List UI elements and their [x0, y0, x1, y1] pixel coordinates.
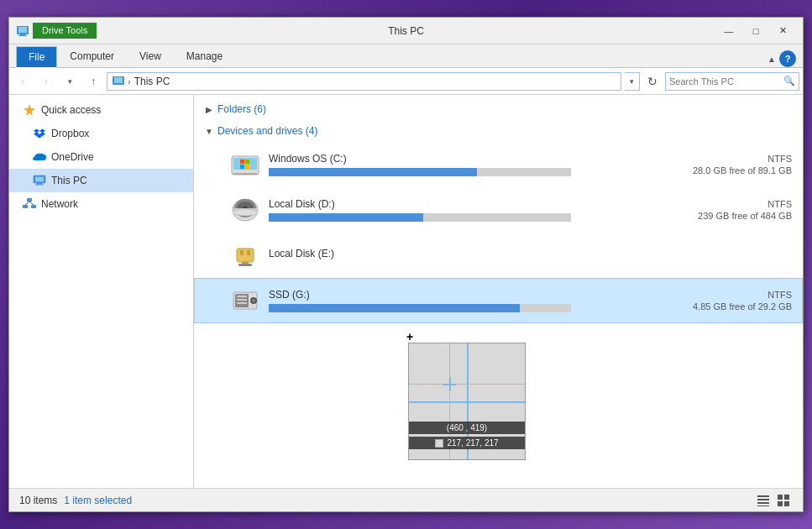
svg-rect-48	[757, 505, 769, 506]
drive-tools-tab[interactable]: Drive Tools	[33, 23, 97, 39]
folders-section-label: Folders (6)	[217, 103, 266, 115]
svg-rect-1	[18, 27, 27, 33]
address-path[interactable]: › This PC	[107, 72, 621, 91]
search-input[interactable]	[669, 76, 783, 86]
drive-icon-g	[228, 284, 262, 317]
selected-count: 1 item selected	[64, 495, 132, 506]
window-title: This PC	[388, 25, 424, 37]
back-button[interactable]: ‹	[13, 71, 33, 92]
sidebar-label-network: Network	[41, 198, 78, 210]
address-dropdown[interactable]: ▾	[625, 72, 640, 91]
sidebar-item-network[interactable]: Network	[9, 192, 193, 216]
svg-rect-51	[778, 501, 783, 506]
tab-view[interactable]: View	[127, 45, 174, 67]
item-count: 10 items	[19, 495, 57, 506]
path-icon	[113, 76, 124, 86]
svg-rect-35	[238, 264, 252, 266]
address-bar: ‹ › ▾ ↑ › This PC ▾ ↻ 🔍	[9, 68, 803, 95]
drive-item-e[interactable]: Local Disk (E:)	[194, 233, 803, 278]
details-view-button[interactable]	[754, 491, 773, 510]
maximize-button[interactable]: □	[742, 19, 769, 43]
sidebar: Quick access Dropbox	[9, 95, 194, 488]
preview-inner: (460 , 419) 217, 217, 217	[409, 343, 525, 459]
preview-overlay: (460 , 419) 217, 217, 217	[408, 343, 526, 460]
svg-rect-23	[245, 160, 249, 164]
svg-rect-44	[237, 302, 247, 304]
svg-rect-36	[240, 250, 244, 255]
large-icons-view-button[interactable]	[774, 491, 793, 510]
cloud-icon	[33, 150, 46, 164]
ribbon: File Computer View Manage ▲ ?	[9, 45, 803, 68]
svg-point-41	[252, 299, 255, 302]
close-button[interactable]: ✕	[769, 19, 796, 43]
drive-icon-c	[228, 148, 262, 181]
help-button[interactable]: ?	[779, 50, 796, 67]
drive-space-g: 4.85 GB free of 29.2 GB	[693, 301, 792, 312]
svg-rect-12	[35, 177, 44, 182]
drive-item-d[interactable]: Local Disk (D:) NTFS 239 GB free of 484 …	[194, 187, 803, 233]
svg-rect-13	[37, 183, 42, 185]
drive-icon-e	[228, 238, 262, 272]
svg-rect-49	[778, 495, 783, 500]
drive-name-c: Windows OS (C:)	[269, 153, 679, 165]
drive-name-e: Local Disk (E:)	[269, 248, 778, 259]
title-bar: Drive Tools This PC — □ ✕	[9, 18, 803, 45]
sidebar-item-this-pc[interactable]: This PC	[9, 169, 193, 192]
status-bar: 10 items 1 item selected	[9, 488, 803, 511]
drive-meta-g: NTFS 4.85 GB free of 29.2 GB	[693, 290, 792, 312]
progress-fill-d	[269, 213, 423, 222]
drive-info-d: Local Disk (D:)	[269, 198, 684, 222]
svg-rect-42	[237, 296, 247, 297]
drive-fs-g: NTFS	[693, 290, 792, 300]
forward-button[interactable]: ›	[36, 71, 56, 92]
svg-rect-50	[784, 495, 789, 500]
drive-name-d: Local Disk (D:)	[269, 198, 684, 210]
svg-rect-47	[757, 502, 769, 504]
svg-point-32	[233, 209, 258, 216]
devices-expand-icon: ▼	[204, 126, 214, 136]
svg-rect-22	[240, 160, 244, 164]
tab-file[interactable]: File	[16, 46, 57, 68]
recent-locations-button[interactable]: ▾	[60, 71, 80, 92]
drive-fs-d: NTFS	[698, 199, 792, 209]
svg-rect-24	[240, 165, 244, 169]
svg-rect-43	[237, 299, 247, 301]
main-area: Quick access Dropbox	[9, 95, 803, 488]
svg-rect-17	[31, 205, 36, 208]
svg-marker-6	[24, 105, 34, 115]
refresh-button[interactable]: ↻	[643, 72, 662, 91]
drive-meta-c: NTFS 28.0 GB free of 89.1 GB	[693, 154, 792, 175]
up-button[interactable]: ↑	[83, 71, 103, 92]
tab-manage[interactable]: Manage	[174, 45, 235, 67]
svg-rect-52	[784, 501, 789, 506]
svg-rect-46	[757, 499, 769, 500]
path-text: This PC	[134, 76, 170, 87]
folders-section-header[interactable]: ▶ Folders (6)	[194, 98, 803, 120]
drive-space-d: 239 GB free of 484 GB	[698, 211, 792, 221]
sidebar-item-dropbox[interactable]: Dropbox	[9, 122, 193, 145]
drive-info-e: Local Disk (E:)	[269, 248, 778, 263]
minimize-button[interactable]: —	[715, 19, 742, 43]
color-swatch	[435, 439, 443, 448]
devices-section-label: Devices and drives (4)	[217, 125, 317, 137]
preview-coords-text: (460 , 419)	[409, 422, 525, 434]
window-app-icon	[16, 24, 29, 38]
drive-item-g[interactable]: SSD (G:) NTFS 4.85 GB free of 29.2 GB	[194, 278, 803, 323]
explorer-window: Drive Tools This PC — □ ✕ File Computer …	[8, 17, 804, 512]
dropbox-icon	[33, 127, 46, 140]
star-icon	[23, 103, 36, 117]
drive-fs-c: NTFS	[693, 154, 792, 164]
progress-bar-c	[269, 168, 571, 176]
sidebar-item-quick-access[interactable]: Quick access	[9, 98, 193, 122]
cursor-v	[449, 377, 451, 390]
svg-marker-7	[34, 128, 45, 133]
ribbon-collapse-icon[interactable]: ▲	[767, 55, 776, 64]
devices-section-header[interactable]: ▼ Devices and drives (4)	[194, 120, 803, 142]
drive-item-c[interactable]: Windows OS (C:) NTFS 28.0 GB free of 89.…	[194, 142, 803, 187]
window-controls: — □ ✕	[715, 19, 796, 43]
svg-line-18	[25, 202, 29, 205]
sidebar-item-onedrive[interactable]: OneDrive	[9, 145, 193, 169]
sidebar-label-onedrive: OneDrive	[51, 151, 94, 163]
svg-rect-45	[757, 495, 769, 497]
tab-computer[interactable]: Computer	[57, 45, 127, 67]
